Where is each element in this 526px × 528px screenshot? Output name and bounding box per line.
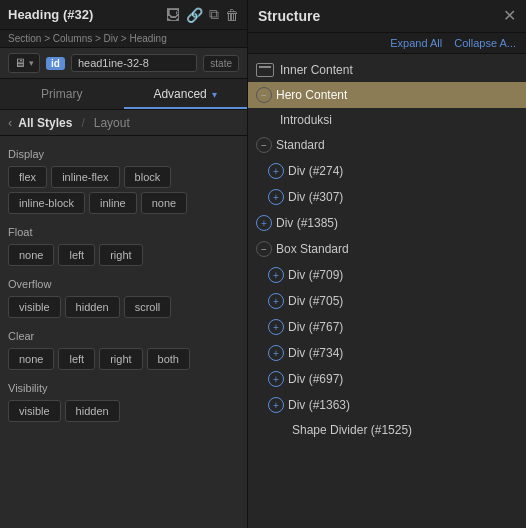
clear-both[interactable]: both <box>147 348 190 370</box>
all-styles-bar: ‹ All Styles / Layout <box>0 110 247 136</box>
left-panel: Heading (#32) ⛾ 🔗 ⧉ 🗑 Section > Columns … <box>0 0 248 528</box>
visibility-btn-group: visible hidden <box>8 400 239 422</box>
expand-icon[interactable]: + <box>268 267 284 283</box>
selector-value[interactable]: head1ine-32-8 <box>71 54 197 72</box>
header-icons: ⛾ 🔗 ⧉ 🗑 <box>166 6 239 23</box>
display-flex[interactable]: flex <box>8 166 47 188</box>
item-label: Standard <box>276 138 325 152</box>
expand-all-link[interactable]: Expand All <box>390 37 442 49</box>
expand-icon[interactable]: + <box>268 293 284 309</box>
overflow-hidden[interactable]: hidden <box>65 296 120 318</box>
structure-title: Structure <box>258 8 320 24</box>
back-icon[interactable]: ‹ <box>8 115 12 130</box>
right-panel: Structure ✕ Expand All Collapse A... Inn… <box>248 0 526 528</box>
expand-icon[interactable]: + <box>268 189 284 205</box>
all-styles-label[interactable]: All Styles <box>18 116 72 130</box>
tree-item-div-734[interactable]: + Div (#734) <box>248 340 526 366</box>
clear-left[interactable]: left <box>58 348 95 370</box>
visibility-hidden[interactable]: hidden <box>65 400 120 422</box>
collapse-icon[interactable]: − <box>256 87 272 103</box>
collapse-all-link[interactable]: Collapse A... <box>454 37 516 49</box>
visibility-label: Visibility <box>8 382 239 394</box>
inner-content-icon <box>256 63 274 77</box>
display-label: Display <box>8 148 239 160</box>
tree-item-inner-content[interactable]: Inner Content <box>248 58 526 82</box>
breadcrumb: Section > Columns > Div > Heading <box>0 30 247 48</box>
expand-icon[interactable]: + <box>268 397 284 413</box>
layout-link[interactable]: Layout <box>94 116 130 130</box>
float-right[interactable]: right <box>99 244 142 266</box>
float-left[interactable]: left <box>58 244 95 266</box>
panel-header: Heading (#32) ⛾ 🔗 ⧉ 🗑 <box>0 0 247 30</box>
tree-item-div-767[interactable]: + Div (#767) <box>248 314 526 340</box>
tree-item-div-307[interactable]: + Div (#307) <box>248 184 526 210</box>
tree-item-shape-divider-1525[interactable]: Shape Divider (#1525) <box>248 418 526 442</box>
tree-item-hero-content[interactable]: − Hero Content <box>248 82 526 108</box>
item-label: Div (#1363) <box>288 398 350 412</box>
tabs-row: Primary Advanced ▾ <box>0 79 247 110</box>
item-label: Introduksi <box>280 113 332 127</box>
visibility-visible[interactable]: visible <box>8 400 61 422</box>
item-label: Div (#307) <box>288 190 343 204</box>
tree-item-div-1363[interactable]: + Div (#1363) <box>248 392 526 418</box>
overflow-visible[interactable]: visible <box>8 296 61 318</box>
collapse-icon[interactable]: − <box>256 137 272 153</box>
tree-item-box-standard[interactable]: − Box Standard <box>248 236 526 262</box>
item-label: Inner Content <box>280 63 353 77</box>
expand-icon[interactable]: + <box>256 215 272 231</box>
item-label: Div (#734) <box>288 346 343 360</box>
left-panel-content: Display flex inline-flex block inline-bl… <box>0 136 247 528</box>
float-btn-group: none left right <box>8 244 239 266</box>
display-btn-group: flex inline-flex block inline-block inli… <box>8 166 239 214</box>
link-icon[interactable]: 🔗 <box>186 7 203 23</box>
structure-header: Structure ✕ <box>248 0 526 33</box>
close-button[interactable]: ✕ <box>503 8 516 24</box>
tree-item-introduksi[interactable]: Introduksi <box>248 108 526 132</box>
item-label: Div (#1385) <box>276 216 338 230</box>
item-label: Div (#709) <box>288 268 343 282</box>
state-button[interactable]: state <box>203 55 239 72</box>
collapse-icon[interactable]: − <box>256 241 272 257</box>
overflow-scroll[interactable]: scroll <box>124 296 172 318</box>
expand-icon[interactable]: + <box>268 163 284 179</box>
structure-actions: Expand All Collapse A... <box>248 33 526 54</box>
tree-item-standard[interactable]: − Standard <box>248 132 526 158</box>
display-block[interactable]: block <box>124 166 172 188</box>
display-none[interactable]: none <box>141 192 187 214</box>
tab-advanced[interactable]: Advanced ▾ <box>124 79 248 109</box>
tree-item-div-705[interactable]: + Div (#705) <box>248 288 526 314</box>
tree-item-div-274[interactable]: + Div (#274) <box>248 158 526 184</box>
monitor-icon: 🖥 <box>14 56 26 70</box>
panel-title: Heading (#32) <box>8 7 93 22</box>
expand-icon[interactable]: + <box>268 319 284 335</box>
display-inline-block[interactable]: inline-block <box>8 192 85 214</box>
float-none[interactable]: none <box>8 244 54 266</box>
device-selector[interactable]: 🖥 ▾ <box>8 53 40 73</box>
copy-icon[interactable]: ⧉ <box>209 6 219 23</box>
expand-icon[interactable]: + <box>268 345 284 361</box>
display-inline-flex[interactable]: inline-flex <box>51 166 119 188</box>
clear-none[interactable]: none <box>8 348 54 370</box>
display-inline[interactable]: inline <box>89 192 137 214</box>
tab-primary[interactable]: Primary <box>0 79 124 109</box>
tree-item-div-709[interactable]: + Div (#709) <box>248 262 526 288</box>
tab-arrow-icon: ▾ <box>212 89 217 100</box>
clear-right[interactable]: right <box>99 348 142 370</box>
clear-btn-group: none left right both <box>8 348 239 370</box>
item-label: Div (#697) <box>288 372 343 386</box>
selector-row: 🖥 ▾ id head1ine-32-8 state <box>0 48 247 79</box>
delete-icon[interactable]: 🗑 <box>225 7 239 23</box>
id-badge: id <box>46 57 65 70</box>
overflow-btn-group: visible hidden scroll <box>8 296 239 318</box>
item-label: Box Standard <box>276 242 349 256</box>
tree-item-div-1385[interactable]: + Div (#1385) <box>248 210 526 236</box>
float-label: Float <box>8 226 239 238</box>
structure-list: Inner Content − Hero Content Introduksi … <box>248 54 526 528</box>
expand-icon[interactable]: + <box>268 371 284 387</box>
item-label: Shape Divider (#1525) <box>292 423 412 437</box>
tree-item-div-697[interactable]: + Div (#697) <box>248 366 526 392</box>
clear-label: Clear <box>8 330 239 342</box>
users-icon[interactable]: ⛾ <box>166 7 180 23</box>
chevron-down-icon: ▾ <box>29 58 34 68</box>
overflow-label: Overflow <box>8 278 239 290</box>
